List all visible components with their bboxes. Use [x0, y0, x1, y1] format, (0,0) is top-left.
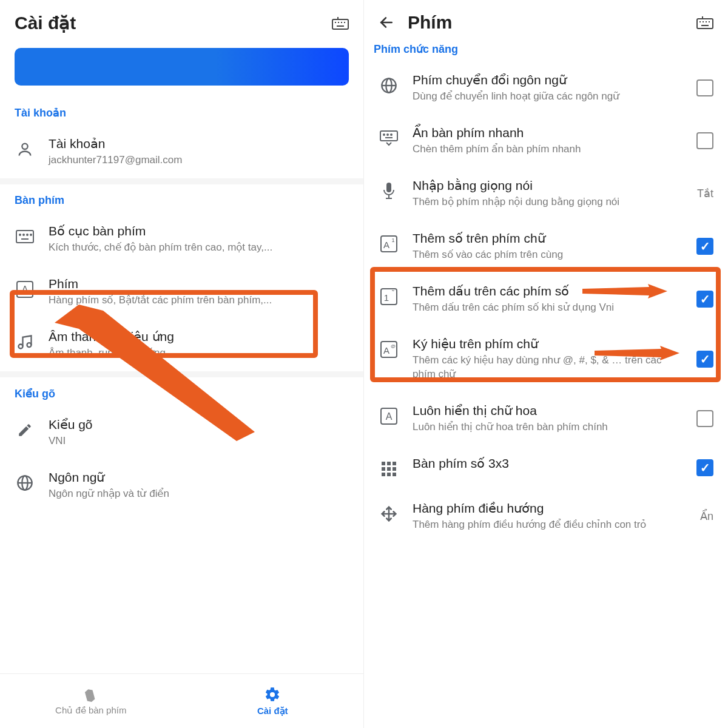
- themes-icon: [83, 687, 99, 703]
- item-marks-on-numbers[interactable]: 1˜ Thêm dấu trên các phím số Thêm dấu tr…: [364, 273, 728, 326]
- item-title: Bàn phím số 3x3: [413, 456, 676, 471]
- svg-rect-53: [382, 462, 385, 465]
- gear-icon: [264, 686, 281, 703]
- grid-3x3-icon: [379, 459, 399, 479]
- item-sub: Chèn thêm phím ẩn bàn phím nhanh: [413, 143, 676, 157]
- item-sub: Luôn hiển thị chữ hoa trên bàn phím chín…: [413, 420, 676, 434]
- music-note-icon: [15, 332, 35, 352]
- divider: [0, 371, 363, 377]
- svg-text:1: 1: [391, 237, 394, 243]
- checkbox[interactable]: [696, 459, 713, 476]
- checkbox[interactable]: [696, 351, 713, 368]
- nav-label: Cài đặt: [257, 706, 288, 716]
- item-numpad-3x3[interactable]: Bàn phím số 3x3: [364, 445, 728, 490]
- item-title: Thêm số trên phím chữ: [413, 231, 676, 246]
- item-always-uppercase[interactable]: A Luôn hiển thị chữ hoa Luôn hiển thị ch…: [364, 393, 728, 445]
- page-title: Phím: [408, 12, 684, 33]
- page-title: Cài đặt: [15, 12, 320, 33]
- back-icon[interactable]: [379, 15, 396, 30]
- svg-point-10: [23, 234, 24, 235]
- item-keyboard-layout[interactable]: Bố cục bàn phím Kích thước, chế độ bàn p…: [0, 213, 363, 266]
- item-sub: Ngôn ngữ nhập và từ điển: [49, 487, 349, 501]
- item-language-switch[interactable]: Phím chuyển đổi ngôn ngữ Dùng để chuyển …: [364, 62, 728, 115]
- svg-rect-24: [697, 19, 713, 29]
- section-function-keys: Phím chức năng: [364, 39, 728, 62]
- item-title: Âm thanh và hiệu ứng: [49, 329, 349, 344]
- hide-keyboard-icon: [379, 128, 399, 149]
- checkbox[interactable]: [696, 410, 713, 427]
- item-language[interactable]: Ngôn ngữ Ngôn ngữ nhập và từ điển: [0, 459, 363, 512]
- key-a1-icon: A1: [379, 234, 399, 254]
- item-title: Thêm dấu trên các phím số: [413, 284, 676, 298]
- bottom-nav: Chủ đề bàn phím Cài đặt: [0, 673, 363, 728]
- key-1-mark-icon: 1˜: [379, 286, 399, 307]
- item-title: Phím: [49, 277, 349, 291]
- item-sub: VNI: [49, 434, 349, 448]
- svg-text:A: A: [383, 345, 389, 356]
- key-a-at-icon: A@: [379, 339, 399, 360]
- nav-themes[interactable]: Chủ đề bàn phím: [0, 674, 182, 728]
- pencil-icon: [15, 420, 35, 440]
- item-title: Bố cục bàn phím: [49, 224, 349, 238]
- item-symbols-on-letters[interactable]: A@ Ký hiệu trên phím chữ Thêm các ký hiệ…: [364, 326, 728, 393]
- checkbox[interactable]: [696, 238, 713, 255]
- svg-rect-0: [332, 19, 348, 29]
- item-sub: Kích thước, chế độ bàn phím trên cao, mộ…: [49, 241, 349, 255]
- item-title: Luôn hiển thị chữ hoa: [413, 403, 676, 418]
- keys-screen: Phím Phím chức năng Phím chuyển đổi ngôn…: [364, 0, 728, 728]
- item-title: Hàng phím điều hướng: [413, 501, 676, 516]
- checkbox[interactable]: [696, 79, 713, 96]
- globe-icon: [379, 75, 399, 96]
- settings-header: Cài đặt: [0, 0, 363, 39]
- keyboard-icon[interactable]: [696, 15, 713, 30]
- item-sub: Thêm hàng phím điều hướng để điều chỉnh …: [413, 518, 676, 532]
- item-sub: Thêm các ký hiệu hay dùng như @, #, $, &…: [413, 354, 676, 382]
- item-title: Ngôn ngữ: [49, 470, 349, 485]
- item-keys[interactable]: A Phím Hàng phím số, Bật/tắt các phím tr…: [0, 266, 363, 318]
- item-sub: Thêm số vào các phím trên cùng: [413, 248, 676, 262]
- key-a-icon: A: [379, 406, 399, 426]
- svg-point-37: [391, 134, 392, 135]
- keyboard-layout-icon: [15, 226, 35, 247]
- key-a-icon: A: [15, 279, 35, 300]
- checkbox[interactable]: [696, 132, 713, 149]
- item-title: Kiểu gõ: [49, 417, 349, 432]
- promo-banner[interactable]: [15, 48, 349, 86]
- section-keyboard: Bàn phím: [0, 184, 363, 213]
- item-title: Nhập bằng giọng nói: [413, 178, 676, 193]
- nav-label: Chủ đề bàn phím: [55, 705, 126, 716]
- svg-text:A: A: [386, 411, 393, 422]
- svg-text:A: A: [383, 240, 389, 250]
- item-account[interactable]: Tài khoản jackhunter71197@gmail.com: [0, 126, 363, 178]
- item-sub: Thêm bộ phím nhập nội dung bằng giọng nó…: [413, 195, 676, 209]
- item-title: Ẩn bàn phím nhanh: [413, 126, 676, 140]
- nav-settings[interactable]: Cài đặt: [182, 674, 364, 728]
- svg-text:A: A: [22, 285, 29, 295]
- item-sub: jackhunter71197@gmail.com: [49, 153, 349, 167]
- item-typing-method[interactable]: Kiểu gõ VNI: [0, 406, 363, 459]
- svg-rect-59: [382, 473, 385, 476]
- svg-rect-57: [387, 467, 391, 471]
- svg-point-7: [22, 144, 27, 149]
- item-sub: Âm thanh, rung, hiệu ứng: [49, 346, 349, 360]
- svg-point-17: [27, 343, 32, 347]
- item-sound-effects[interactable]: Âm thanh và hiệu ứng Âm thanh, rung, hiệ…: [0, 318, 363, 371]
- svg-point-12: [30, 234, 32, 235]
- section-account: Tài khoản: [0, 96, 363, 126]
- svg-text:1: 1: [384, 292, 389, 303]
- checkbox[interactable]: [696, 291, 713, 308]
- item-hide-keyboard[interactable]: Ẩn bàn phím nhanh Chèn thêm phím ẩn bàn …: [364, 115, 728, 167]
- item-voice-input[interactable]: Nhập bằng giọng nói Thêm bộ phím nhập nộ…: [364, 167, 728, 220]
- svg-point-35: [383, 134, 385, 135]
- settings-screen: Cài đặt Tài khoản Tài khoản jackhunter71…: [0, 0, 364, 728]
- item-numbers-on-letters[interactable]: A1 Thêm số trên phím chữ Thêm số vào các…: [364, 220, 728, 273]
- section-typing: Kiểu gõ: [0, 377, 363, 406]
- keys-header: Phím: [364, 0, 728, 39]
- item-arrow-row[interactable]: Hàng phím điều hướng Thêm hàng phím điều…: [364, 490, 728, 543]
- keyboard-icon[interactable]: [332, 16, 349, 30]
- svg-point-11: [27, 234, 28, 235]
- microphone-icon: [379, 181, 399, 201]
- svg-rect-55: [393, 462, 396, 465]
- svg-rect-8: [16, 231, 33, 243]
- divider: [0, 178, 363, 184]
